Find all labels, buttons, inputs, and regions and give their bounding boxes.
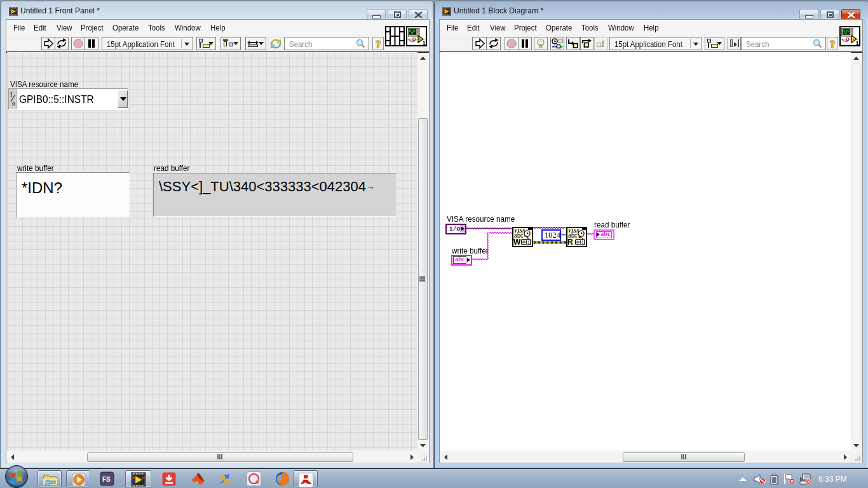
svg-text:1: 1 [423,39,426,46]
svg-text:o: o [12,100,15,107]
svg-text:?: ? [376,38,381,50]
svg-text:?: ? [830,38,836,50]
svg-text:I: I [10,91,12,98]
svg-text:FS: FS [102,476,111,483]
svg-text:1: 1 [856,39,860,46]
